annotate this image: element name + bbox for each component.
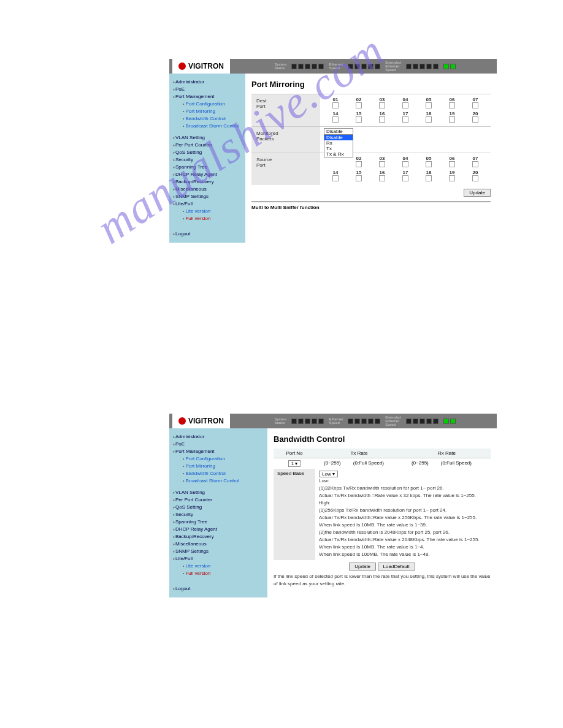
nav-port-management[interactable]: Port Management: [173, 93, 242, 100]
nav-dhcp-relay[interactable]: DHCP Relay Agent: [173, 171, 242, 178]
col-portno: Port No: [274, 449, 315, 458]
nav-lite-version[interactable]: Lite version: [183, 208, 242, 214]
brand-text: VIGITRON: [188, 417, 224, 425]
src-checkbox[interactable]: [472, 161, 478, 167]
device-header: VIGITRON SystemStatus EthernetSpeed Exte…: [169, 59, 497, 74]
src-checkbox[interactable]: [379, 161, 385, 167]
load-default-button[interactable]: LoadDefault: [378, 563, 415, 571]
nav-port-config[interactable]: Port Configuration: [183, 455, 264, 462]
select-option[interactable]: Rx: [324, 140, 353, 146]
nav-broadcast-storm[interactable]: Broadcast Storm Control: [183, 123, 242, 129]
nav-bandwidth-control[interactable]: Bandwidth Control: [183, 115, 242, 122]
nav-lite-full[interactable]: Lite/Full: [173, 555, 264, 562]
dest-checkbox[interactable]: [332, 116, 339, 123]
dest-checkbox[interactable]: [356, 102, 362, 108]
nav-security[interactable]: Security: [173, 511, 264, 518]
main-panel: Port Mirroring Dest Port 01 02 03 04 05 …: [245, 74, 497, 243]
rx-range: (0~255): [403, 458, 437, 469]
dest-checkbox[interactable]: [356, 116, 362, 123]
led-group-label: EthernetSpeed: [329, 63, 343, 70]
nav-backup-recovery[interactable]: Backup/Recovery: [173, 178, 242, 185]
dest-checkbox[interactable]: [379, 116, 385, 123]
nav-dhcp-relay[interactable]: DHCP Relay Agent: [173, 526, 264, 533]
nav-poe[interactable]: PoE: [173, 86, 242, 93]
nav-spanning-tree[interactable]: Spanning Tree: [173, 518, 264, 525]
nav-port-config[interactable]: Port Configuration: [183, 100, 242, 107]
rx-full: (0:Full Speed): [437, 458, 491, 469]
update-button[interactable]: Update: [464, 189, 491, 197]
dest-checkbox[interactable]: [449, 116, 455, 123]
device-header: VIGITRON SystemStatus EthernetSpeed Exte…: [169, 414, 497, 428]
nav-miscellaneous[interactable]: Miscellaneous: [173, 540, 264, 547]
nav-snmp[interactable]: SNMP Settings: [173, 193, 242, 200]
nav-lite-version[interactable]: Lite version: [183, 563, 264, 569]
nav-port-mirroring[interactable]: Port Mirroring: [183, 108, 242, 115]
led-panel: SystemStatus EthernetSpeed ExtendedEther…: [233, 414, 497, 428]
src-checkbox[interactable]: [402, 161, 408, 167]
nav-full-version[interactable]: Full version: [183, 570, 264, 577]
port-select[interactable]: 1 ▾: [288, 460, 301, 467]
src-checkbox[interactable]: [332, 175, 339, 181]
dest-port-label: Dest Port: [251, 94, 320, 126]
dest-checkbox[interactable]: [426, 116, 432, 123]
dest-checkbox[interactable]: [426, 102, 432, 108]
src-checkbox[interactable]: [449, 175, 455, 181]
nav-bandwidth-control[interactable]: Bandwidth Control: [183, 470, 264, 477]
nav-security[interactable]: Security: [173, 156, 242, 163]
nav-vlan[interactable]: VLAN Setting: [173, 489, 264, 496]
main-panel: Bandwidth Control Port No Tx Rate Rx Rat…: [267, 428, 497, 597]
sidebar: Administrator PoE Port Management Port C…: [169, 74, 245, 243]
nav-logout[interactable]: Logout: [173, 585, 264, 592]
nav-port-mirroring[interactable]: Port Mirroring: [183, 463, 264, 469]
col-tx: Tx Rate: [315, 449, 403, 458]
nav-spanning-tree[interactable]: Spanning Tree: [173, 164, 242, 170]
src-checkbox[interactable]: [356, 175, 362, 181]
nav-qos[interactable]: QoS Setting: [173, 149, 242, 156]
bandwidth-table: Port No Tx Rate Rx Rate 1 ▾ (0~255) (0:F…: [274, 449, 491, 560]
nav-poe[interactable]: PoE: [173, 441, 264, 447]
select-option[interactable]: Disable: [324, 135, 353, 140]
dest-checkbox[interactable]: [402, 102, 408, 108]
src-checkbox[interactable]: [449, 161, 455, 167]
nav-broadcast-storm[interactable]: Broadcast Storm Control: [183, 477, 264, 484]
nav-snmp[interactable]: SNMP Settings: [173, 548, 264, 555]
src-checkbox[interactable]: [379, 175, 385, 181]
dest-checkbox[interactable]: [402, 116, 408, 123]
dest-checkbox[interactable]: [379, 102, 385, 108]
src-checkbox[interactable]: [402, 175, 408, 181]
nav-administrator[interactable]: Administrator: [173, 78, 242, 85]
nav-qos[interactable]: QoS Setting: [173, 504, 264, 510]
led-group-label: ExtendedEthernetSpeed: [385, 61, 400, 72]
dest-checkbox[interactable]: [449, 102, 455, 108]
nav-vlan[interactable]: VLAN Setting: [173, 134, 242, 141]
select-option[interactable]: Tx: [324, 146, 353, 151]
nav-administrator[interactable]: Administrator: [173, 433, 264, 440]
nav-per-port-counter[interactable]: Per Port Counter: [173, 142, 242, 148]
nav-full-version[interactable]: Full version: [183, 215, 242, 222]
led-group-label: SystemStatus: [274, 63, 286, 70]
page-title: Port Mirroring: [251, 80, 491, 89]
src-checkbox[interactable]: [426, 161, 432, 167]
nav-port-management[interactable]: Port Management: [173, 448, 264, 455]
source-port-label: Source Port: [251, 153, 320, 185]
brand-logo: VIGITRON: [172, 414, 230, 428]
sniffer-label: Multi to Multi Sniffer function: [251, 202, 491, 210]
dest-checkbox[interactable]: [332, 102, 339, 108]
nav-logout[interactable]: Logout: [173, 230, 242, 237]
col-rx: Rx Rate: [403, 449, 491, 458]
nav-lite-full[interactable]: Lite/Full: [173, 200, 242, 207]
brand-logo: VIGITRON: [172, 59, 230, 74]
src-checkbox[interactable]: [356, 161, 362, 167]
nav-miscellaneous[interactable]: Miscellaneous: [173, 186, 242, 192]
src-checkbox[interactable]: [426, 175, 432, 181]
update-button[interactable]: Update: [349, 563, 376, 571]
nav-per-port-counter[interactable]: Per Port Counter: [173, 496, 264, 503]
brand-text: VIGITRON: [188, 62, 224, 70]
speed-base-desc: Low: (1)32Kbps Tx/Rx bandwidth resolutio…: [319, 477, 487, 558]
speed-base-select[interactable]: Low ▾: [319, 471, 338, 477]
src-checkbox[interactable]: [472, 175, 478, 181]
dest-checkbox[interactable]: [472, 102, 478, 108]
nav-backup-recovery[interactable]: Backup/Recovery: [173, 533, 264, 540]
monitored-packets-label: Monitored Packets: [251, 127, 320, 153]
dest-checkbox[interactable]: [472, 116, 478, 123]
